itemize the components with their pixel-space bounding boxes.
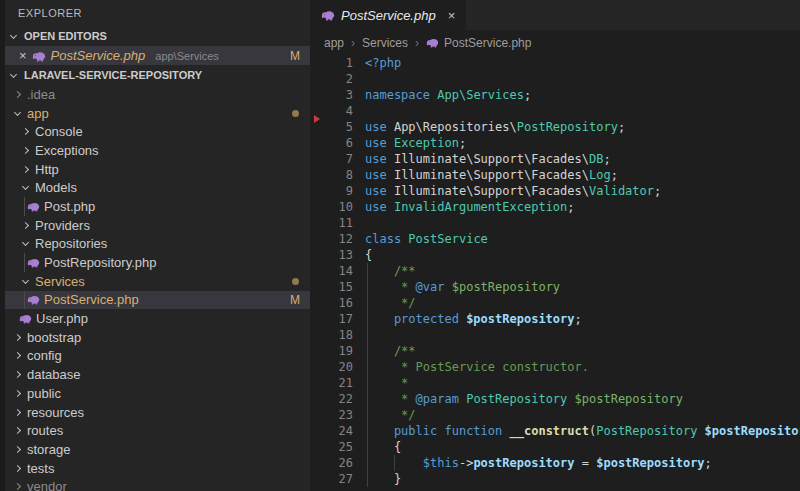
code-line[interactable]: 25 { <box>310 439 800 455</box>
chevron-down-icon[interactable] <box>22 277 29 284</box>
chevron-right-icon[interactable] <box>14 446 21 453</box>
breadcrumb-services[interactable]: Services <box>362 36 408 50</box>
code-line[interactable]: 8use Illuminate\Support\Facades\Log; <box>310 167 800 183</box>
tree-item-models[interactable]: Models <box>5 178 310 197</box>
line-number[interactable]: 22 <box>310 391 353 407</box>
chevron-right-icon[interactable] <box>22 166 29 173</box>
line-number[interactable]: 18 <box>310 327 353 343</box>
line-number[interactable]: 2 <box>310 71 353 87</box>
code-line[interactable]: 2 <box>310 71 800 87</box>
tree-item-console[interactable]: Console <box>5 122 310 141</box>
line-number[interactable]: 9 <box>310 183 353 199</box>
tab-postservice[interactable]: PostService.php × <box>310 0 466 30</box>
code-line[interactable]: 12class PostService <box>310 231 800 247</box>
line-number[interactable]: 20 <box>310 359 353 375</box>
breadcrumb-app[interactable]: app <box>324 36 344 50</box>
code-line[interactable]: 23 */ <box>310 407 800 423</box>
code-line[interactable]: 18 <box>310 327 800 343</box>
open-editor-item[interactable]: × PostService.php app\Services M <box>5 46 310 65</box>
line-number[interactable]: 13 <box>310 247 353 263</box>
line-number[interactable]: 27 <box>310 471 353 487</box>
chevron-right-icon[interactable] <box>22 128 29 135</box>
line-number[interactable]: 11 <box>310 215 353 231</box>
chevron-right-icon[interactable] <box>14 427 21 434</box>
tree-item-storage[interactable]: storage <box>5 440 310 459</box>
tree-item-bootstrap[interactable]: bootstrap <box>5 328 310 347</box>
tree-item--idea[interactable]: .idea <box>5 85 310 104</box>
chevron-right-icon[interactable] <box>14 408 21 415</box>
tree-item-http[interactable]: Http <box>5 160 310 179</box>
line-number[interactable]: 8 <box>310 167 353 183</box>
chevron-right-icon[interactable] <box>14 390 21 397</box>
code-area[interactable]: 1<?php23namespace App\Services;45use App… <box>310 55 800 491</box>
code-line[interactable]: 1<?php <box>310 55 800 71</box>
tree-item-providers[interactable]: Providers <box>5 216 310 235</box>
code-line[interactable]: 24 public function __construct(PostRepos… <box>310 423 800 439</box>
code-line[interactable]: 14 /** <box>310 263 800 279</box>
tree-item-database[interactable]: database <box>5 365 310 384</box>
chevron-down-icon[interactable] <box>10 31 17 38</box>
code-line[interactable]: 13{ <box>310 247 800 263</box>
tree-item-services[interactable]: Services <box>5 272 310 291</box>
code-line[interactable]: 10use InvalidArgumentException; <box>310 199 800 215</box>
workspace-root-header[interactable]: LARAVEL-SERVICE-REPOSITORY <box>5 65 310 85</box>
line-number[interactable]: 14 <box>310 263 353 279</box>
chevron-right-icon[interactable] <box>14 465 21 472</box>
code-line[interactable]: 26 $this->postRepository = $postReposito… <box>310 455 800 471</box>
tree-item-post-php[interactable]: Post.php <box>5 197 310 216</box>
line-number[interactable]: 25 <box>310 439 353 455</box>
code-line[interactable]: 16 */ <box>310 295 800 311</box>
line-number[interactable]: 7 <box>310 151 353 167</box>
code-line[interactable]: 22 * @param PostRepository $postReposito… <box>310 391 800 407</box>
breadcrumb-file[interactable]: PostService.php <box>426 36 531 50</box>
code-line[interactable]: 6use Exception; <box>310 135 800 151</box>
chevron-right-icon[interactable] <box>14 483 21 490</box>
chevron-right-icon[interactable] <box>14 352 21 359</box>
code-line[interactable]: 11 <box>310 215 800 231</box>
tree-item-tests[interactable]: tests <box>5 459 310 478</box>
line-number[interactable]: 10 <box>310 199 353 215</box>
tree-item-exceptions[interactable]: Exceptions <box>5 141 310 160</box>
code-line[interactable]: 20 * PostService constructor. <box>310 359 800 375</box>
tree-item-config[interactable]: config <box>5 347 310 366</box>
chevron-down-icon[interactable] <box>10 70 17 77</box>
line-number[interactable]: 15 <box>310 279 353 295</box>
code-line[interactable]: 4 <box>310 103 800 119</box>
chevron-right-icon[interactable] <box>22 222 29 229</box>
tree-item-postservice-php[interactable]: PostService.phpM <box>5 291 310 310</box>
chevron-right-icon[interactable] <box>14 371 21 378</box>
tree-item-vendor[interactable]: vendor <box>5 477 310 491</box>
code-line[interactable]: 19 /** <box>310 343 800 359</box>
line-number[interactable]: 16 <box>310 295 353 311</box>
chevron-right-icon[interactable] <box>14 91 21 98</box>
chevron-right-icon[interactable] <box>22 147 29 154</box>
code-line[interactable]: 5use App\Repositories\PostRepository; <box>310 119 800 135</box>
tab-close-icon[interactable]: × <box>448 9 456 22</box>
close-icon[interactable]: × <box>19 49 27 62</box>
code-line[interactable]: 9use Illuminate\Support\Facades\Validato… <box>310 183 800 199</box>
line-number[interactable]: 6 <box>310 135 353 151</box>
chevron-down-icon[interactable] <box>22 183 29 190</box>
tree-item-routes[interactable]: routes <box>5 421 310 440</box>
code-line[interactable]: 7use Illuminate\Support\Facades\DB; <box>310 151 800 167</box>
line-number[interactable]: 1 <box>310 55 353 71</box>
line-number[interactable]: 21 <box>310 375 353 391</box>
chevron-right-icon[interactable] <box>14 334 21 341</box>
tree-item-postrepository-php[interactable]: PostRepository.php <box>5 253 310 272</box>
line-number[interactable]: 26 <box>310 455 353 471</box>
line-number[interactable]: 12 <box>310 231 353 247</box>
chevron-down-icon[interactable] <box>22 239 29 246</box>
tree-item-user-php[interactable]: User.php <box>5 309 310 328</box>
code-line[interactable]: 17 protected $postRepository; <box>310 311 800 327</box>
code-line[interactable]: 27 } <box>310 471 800 487</box>
line-number[interactable]: 17 <box>310 311 353 327</box>
open-editors-header[interactable]: OPEN EDITORS <box>5 26 310 46</box>
tree-item-repositories[interactable]: Repositories <box>5 235 310 254</box>
code-line[interactable]: 21 * <box>310 375 800 391</box>
code-line[interactable]: 3namespace App\Services; <box>310 87 800 103</box>
line-number[interactable]: 3 <box>310 87 353 103</box>
tree-item-public[interactable]: public <box>5 384 310 403</box>
line-number[interactable]: 23 <box>310 407 353 423</box>
tree-item-resources[interactable]: resources <box>5 403 310 422</box>
line-number[interactable]: 19 <box>310 343 353 359</box>
